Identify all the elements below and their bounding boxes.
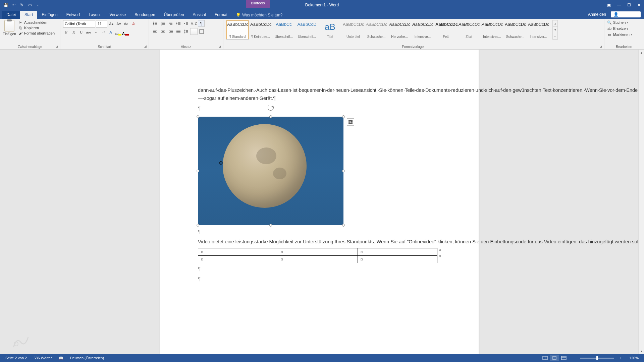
font-dialog-launcher-icon[interactable]: ◢ [144, 45, 148, 49]
maximize-icon[interactable]: ☐ [624, 1, 634, 9]
tab-mailings[interactable]: Sendungen [130, 11, 159, 19]
qat-customize-icon[interactable]: ▾ [34, 1, 42, 9]
paragraph-dialog-launcher-icon[interactable]: ◢ [219, 45, 223, 49]
word-count[interactable]: 586 Wörter [30, 356, 55, 360]
table-cell[interactable]: ¤ [358, 255, 437, 263]
tab-insert[interactable]: Einfügen [37, 11, 62, 19]
subscript-button[interactable]: x₂ [93, 29, 99, 36]
touch-mode-icon[interactable]: ▭ [26, 1, 34, 9]
tab-design[interactable]: Entwurf [62, 11, 85, 19]
table-row[interactable]: ¤ ¤ ¤ [198, 255, 437, 263]
style-item[interactable]: AaBbCcDcFett [434, 20, 457, 40]
format-painter-button[interactable]: 🖌Format übertragen [18, 31, 55, 36]
gallery-more-icon[interactable]: ⌄ [553, 33, 557, 39]
shading-button[interactable] [190, 28, 198, 35]
zoom-level[interactable]: 120% [626, 356, 642, 360]
body-paragraph[interactable]: Video·bietet·eine·leistungsstarke·Möglic… [198, 238, 441, 246]
style-item[interactable]: AaBbCcDcSchwache... [504, 20, 527, 40]
zoom-in-button[interactable]: + [616, 355, 625, 361]
share-button[interactable]: 👤 Freigeben [611, 11, 641, 17]
style-item[interactable]: AaBbCcDcIntensiver... [527, 20, 550, 40]
layout-options-button[interactable] [347, 118, 354, 126]
style-item[interactable]: AaBbCcDÜberschrif... [296, 20, 318, 40]
body-paragraph[interactable]: dann·auf·das·Pluszeichen.·Auch·das·Lesen… [198, 86, 441, 103]
highlight-color-button[interactable]: ab [115, 29, 121, 36]
scroll-up-icon[interactable]: ▴ [639, 50, 644, 55]
print-layout-button[interactable] [550, 355, 559, 361]
cut-button[interactable]: ✂Ausschneiden [18, 20, 55, 25]
style-item[interactable]: AaBbCcDcUntertitel [342, 20, 365, 40]
bullets-button[interactable] [152, 20, 159, 27]
read-mode-button[interactable] [541, 355, 549, 361]
strikethrough-button[interactable]: abc [85, 29, 92, 36]
table-row[interactable]: ¤ ¤ ¤ [198, 248, 437, 255]
style-item[interactable]: AaBbCcDcHervorhe... [388, 20, 411, 40]
sign-in-link[interactable]: Anmelden [588, 12, 606, 17]
moon-image[interactable]: ✥ [198, 117, 343, 225]
resize-handle[interactable] [342, 115, 345, 118]
tab-file[interactable]: Datei [2, 11, 20, 19]
numbering-button[interactable]: 123 [159, 20, 167, 27]
tab-references[interactable]: Verweise [105, 11, 130, 19]
tab-format[interactable]: Format [210, 11, 232, 19]
line-spacing-button[interactable] [182, 28, 190, 35]
resize-handle[interactable] [197, 115, 199, 118]
align-left-button[interactable] [152, 28, 159, 35]
style-item[interactable]: AaBbCcDc¶ Standard [226, 20, 249, 40]
style-item[interactable]: AaBbCcDcZitat [458, 20, 480, 40]
page-indicator[interactable]: Seite 2 von 2 [2, 356, 30, 360]
grow-font-button[interactable]: A▴ [108, 20, 115, 27]
tab-view[interactable]: Ansicht [189, 11, 210, 19]
superscript-button[interactable]: x² [100, 29, 107, 36]
sort-button[interactable]: A↓Z [190, 20, 198, 27]
spell-check-icon[interactable]: 📖 [55, 356, 67, 360]
language-indicator[interactable]: Deutsch (Österreich) [67, 356, 107, 360]
tab-review[interactable]: Überprüfen [160, 11, 189, 19]
resize-handle[interactable] [197, 170, 199, 172]
zoom-slider[interactable] [580, 358, 614, 359]
tab-layout[interactable]: Layout [84, 11, 105, 19]
style-item[interactable]: AaBbCcDcSchwache... [365, 20, 388, 40]
resize-handle[interactable] [269, 115, 272, 118]
undo-icon[interactable]: ↶ [10, 1, 17, 9]
table-cell[interactable]: ¤ [278, 255, 358, 263]
find-button[interactable]: 🔍Suchen▾ [607, 20, 632, 25]
styles-dialog-launcher-icon[interactable]: ◢ [600, 45, 604, 49]
font-name-combo[interactable]: Calibri (Textk [63, 20, 95, 27]
table-cell[interactable]: ¤ [198, 248, 278, 255]
bold-button[interactable]: F [63, 29, 70, 36]
table-cell[interactable]: ¤ [198, 255, 278, 263]
vertical-scrollbar[interactable]: ▴ ▾ [638, 50, 644, 354]
style-item[interactable]: AaBbCcDc¶ Kein Lee... [249, 20, 272, 40]
selected-image[interactable]: ✥ [198, 117, 343, 225]
gallery-down-icon[interactable]: ▾ [553, 27, 557, 33]
font-size-combo[interactable]: 11 [96, 20, 107, 27]
resize-handle[interactable] [197, 224, 199, 227]
document-table[interactable]: ¤ ¤ ¤ ¤ ¤ ¤ [198, 248, 437, 263]
table-cell[interactable]: ¤ [358, 248, 437, 255]
paste-button[interactable]: Einfügen [3, 20, 16, 36]
tell-me-search[interactable]: 💡 Was möchten Sie tun? [236, 13, 282, 19]
style-item[interactable]: AaBbCcÜberschrif... [272, 20, 295, 40]
style-item[interactable]: AaBbCcDcIntensives... [481, 20, 503, 40]
text-effects-button[interactable]: A [107, 29, 114, 36]
close-icon[interactable]: ✕ [634, 1, 644, 9]
show-hide-marks-button[interactable]: ¶ [198, 20, 205, 27]
shrink-font-button[interactable]: A▾ [115, 20, 122, 27]
gallery-up-icon[interactable]: ▴ [553, 20, 557, 27]
clear-formatting-button[interactable]: A̷ [130, 20, 137, 27]
multilevel-list-button[interactable] [167, 20, 174, 27]
save-icon[interactable]: 💾 [2, 1, 9, 9]
select-button[interactable]: ▭Markieren▾ [607, 32, 632, 37]
redo-icon[interactable]: ↻ [18, 1, 25, 9]
align-center-button[interactable] [159, 28, 167, 35]
replace-button[interactable]: abErsetzen [607, 26, 632, 31]
justify-button[interactable] [175, 28, 182, 35]
zoom-out-button[interactable]: − [569, 355, 578, 361]
italic-button[interactable]: K [70, 29, 77, 36]
resize-handle[interactable] [342, 224, 345, 227]
copy-button[interactable]: ⎘Kopieren [18, 25, 55, 30]
scroll-down-icon[interactable]: ▾ [639, 348, 644, 354]
font-color-button[interactable]: A [122, 29, 129, 36]
underline-button[interactable]: U [78, 29, 85, 36]
